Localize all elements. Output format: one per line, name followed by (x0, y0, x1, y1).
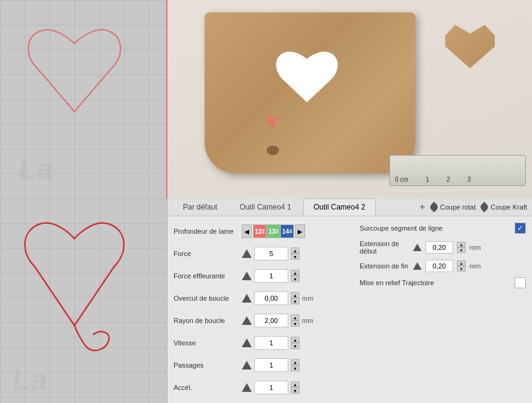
ruler-mark-1: 1 (426, 176, 430, 183)
coupe-kraft-label: Coupe Kraft (490, 203, 527, 211)
extension-debut-unit: mm (469, 244, 481, 251)
force-effleurante-spinner-up[interactable]: ▲ (291, 270, 299, 276)
extension-fin-unit: mm (469, 262, 481, 270)
coupe-kraft-button[interactable]: Coupe Kraft (481, 203, 527, 211)
overcut-unit: mm (302, 294, 317, 302)
overcut-spinner-up[interactable]: ▲ (291, 292, 299, 298)
accel-label: Accél. (174, 384, 242, 391)
extension-fin-row: Extension de fin ▲ ▼ mm (360, 260, 526, 272)
extension-debut-down[interactable]: ▼ (457, 247, 466, 253)
overcut-spinner[interactable]: ▲ ▼ (291, 292, 299, 304)
force-spinner-down[interactable]: ▼ (291, 254, 299, 260)
passages-spinner[interactable]: ▲ ▼ (291, 359, 299, 371)
force-slider-triangle[interactable] (242, 249, 252, 258)
extension-debut-spinner[interactable]: ▲ ▼ (457, 242, 466, 253)
vitesse-input[interactable] (254, 336, 288, 350)
vitesse-triangle[interactable] (242, 339, 252, 347)
coupe-rotat-label: Coupe rotat (440, 203, 476, 211)
main-layout: La ➤ (0, 0, 532, 403)
depth-next-button[interactable]: ▶ (295, 224, 305, 238)
force-label: Force (174, 250, 242, 257)
rayon-spinner-up[interactable]: ▲ (291, 314, 299, 321)
force-input[interactable] (254, 247, 288, 260)
heart-cutout-area (273, 43, 341, 105)
accel-spinner[interactable]: ▲ ▼ (291, 381, 299, 394)
vitesse-row: Vitesse ▲ ▼ (174, 334, 347, 352)
mise-en-relief-checkbox[interactable] (515, 277, 526, 288)
extension-fin-input[interactable] (425, 260, 453, 272)
rayon-slider-area: ▲ ▼ mm (242, 314, 347, 327)
add-button[interactable]: + (419, 202, 425, 213)
accel-row: Accél. ▲ ▼ (174, 379, 347, 396)
extension-fin-triangle[interactable] (413, 262, 422, 270)
rayon-label: Rayon de boucle (174, 317, 242, 324)
depth-prev-button[interactable]: ◀ (242, 224, 252, 238)
extension-debut-label: Extension de début (360, 240, 409, 255)
rayon-spinner[interactable]: ▲ ▼ (291, 314, 299, 327)
force-effleurante-triangle[interactable] (242, 272, 252, 280)
profondeur-slider-area: ◀ 122 133 144 ▶ (242, 224, 347, 238)
depth-selector: ◀ 122 133 144 ▶ (242, 224, 305, 238)
extension-debut-triangle[interactable] (413, 244, 422, 251)
vitesse-label: Vitesse (174, 339, 242, 347)
vitesse-spinner-down[interactable]: ▼ (291, 343, 299, 349)
accel-input[interactable] (254, 381, 288, 394)
extension-fin-spinner[interactable]: ▲ ▼ (457, 260, 466, 272)
accel-spinner-down[interactable]: ▼ (291, 388, 299, 394)
tabs-bar: Par défaut Outil Cameo4 1 Outil Cameo4 2… (167, 198, 532, 216)
canvas-grid-top: La (0, 0, 166, 198)
rayon-input[interactable] (254, 314, 288, 327)
overcut-slider-area: ▲ ▼ mm (242, 291, 347, 305)
force-spinner-up[interactable]: ▲ (291, 247, 299, 254)
rayon-row: Rayon de boucle ▲ ▼ mm (174, 312, 347, 329)
extension-fin-up[interactable]: ▲ (457, 260, 466, 266)
leaf-icon (428, 202, 439, 213)
overcut-input[interactable] (254, 291, 288, 305)
passages-triangle[interactable] (242, 361, 252, 370)
force-spinner[interactable]: ▲ ▼ (291, 247, 299, 260)
tab-cameo4-2[interactable]: Outil Cameo4 2 (303, 198, 376, 216)
depth-box-14[interactable]: 144 (280, 224, 294, 238)
ruler-mark-0: 0 cm (395, 176, 409, 183)
vitesse-spinner[interactable]: ▲ ▼ (291, 337, 299, 349)
extension-debut-input[interactable] (425, 241, 453, 254)
extension-fin-label: Extension de fin (360, 262, 409, 270)
passages-spinner-up[interactable]: ▲ (291, 359, 299, 365)
tab-par-defaut[interactable]: Par défaut (172, 198, 228, 216)
accel-spinner-up[interactable]: ▲ (291, 381, 299, 388)
top-section: La ➤ (0, 0, 532, 198)
extension-fin-down[interactable]: ▼ (457, 266, 466, 272)
depth-box-12[interactable]: 122 (253, 224, 267, 238)
surcoupe-row: Surcoupe segment de ligne ✓ (360, 223, 526, 234)
tab-cameo4-1[interactable]: Outil Cameo4 1 (229, 198, 301, 216)
photo-area: ➤ 0 cm 1 2 3 (167, 0, 532, 198)
photo-background: ➤ 0 cm 1 2 3 (167, 0, 532, 198)
watermark-top: La (19, 152, 53, 186)
passages-label: Passages (174, 361, 242, 369)
rayon-unit: mm (302, 317, 317, 324)
toolbar-right: + Coupe rotat Coupe Kraft (419, 202, 527, 213)
rayon-spinner-down[interactable]: ▼ (291, 321, 299, 327)
surcoupe-checkbox[interactable]: ✓ (515, 223, 526, 234)
accel-triangle[interactable] (242, 383, 252, 392)
passages-input[interactable] (254, 358, 288, 372)
overcut-spinner-down[interactable]: ▼ (291, 298, 299, 304)
coupe-rotat-button[interactable]: Coupe rotat (430, 203, 476, 211)
profondeur-label: Profondeur de lame (174, 228, 242, 235)
ruler-mark-2: 2 (446, 176, 450, 183)
rayon-triangle[interactable] (242, 316, 252, 325)
overcut-triangle[interactable] (242, 294, 252, 303)
mise-en-relief-label: Mise en relief Trajectoire (360, 279, 515, 286)
canvas-bottom-left: La (0, 198, 167, 403)
force-effleurante-spinner[interactable]: ▲ ▼ (291, 270, 299, 282)
force-effleurante-slider-area: ▲ ▼ (242, 269, 347, 283)
heart-cutout-svg (273, 43, 341, 105)
vitesse-spinner-up[interactable]: ▲ (291, 337, 299, 343)
depth-box-13[interactable]: 133 (267, 224, 280, 238)
canvas-top-left: La (0, 0, 167, 198)
force-slider-area: ▲ ▼ (242, 247, 347, 260)
extension-debut-up[interactable]: ▲ (457, 242, 466, 247)
force-effleurante-input[interactable] (254, 269, 288, 283)
passages-spinner-down[interactable]: ▼ (291, 365, 299, 371)
force-effleurante-spinner-down[interactable]: ▼ (291, 276, 299, 282)
